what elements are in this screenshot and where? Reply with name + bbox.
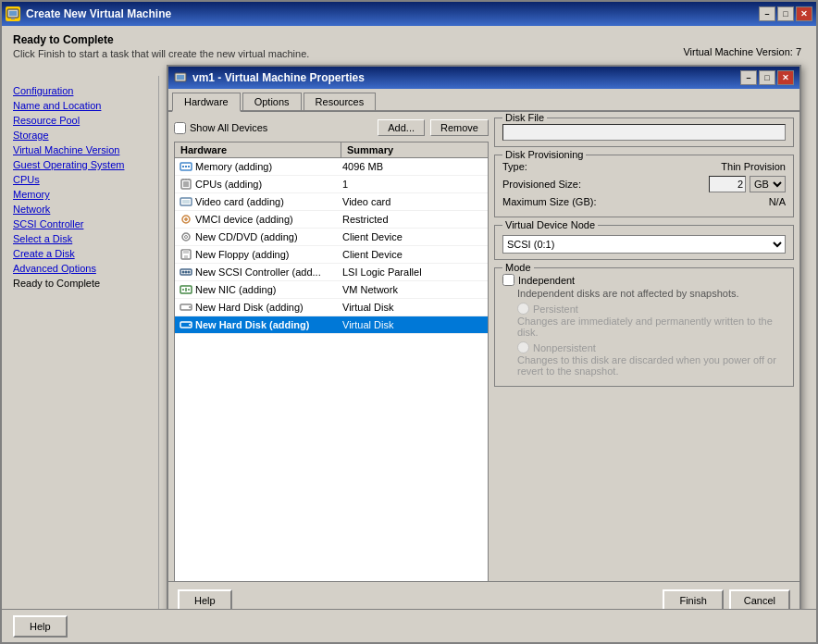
table-row[interactable]: CPUs (adding) 1: [175, 176, 488, 193]
hw-row-name: New SCSI Controller (add...: [195, 266, 339, 278]
sidebar-item-create-disk[interactable]: Create a Disk: [2, 246, 158, 261]
svg-point-25: [182, 271, 185, 274]
table-row[interactable]: New CD/DVD (adding) Client Device: [175, 229, 488, 246]
inner-maximize-button[interactable]: □: [759, 70, 775, 85]
inner-titlebar-buttons: – □ ✕: [740, 70, 794, 85]
hw-row-summary: Video card: [339, 196, 488, 207]
svg-rect-4: [177, 75, 184, 80]
sidebar: Configuration Name and Location Resource…: [2, 76, 159, 642]
close-button[interactable]: ✕: [796, 6, 812, 21]
persistent-label: Persistent: [533, 303, 578, 315]
inner-content: Show All Devices Add... Remove Hardware …: [168, 112, 799, 610]
hw-row-summary: Client Device: [339, 249, 488, 260]
vm-version-label: Virtual Machine Version: 7: [683, 46, 801, 57]
max-size-value: N/A: [769, 196, 786, 207]
hw-row-summary: LSI Logic Parallel: [339, 266, 488, 278]
persistent-radio[interactable]: [517, 303, 529, 315]
table-row[interactable]: New NIC (adding) VM Network: [175, 281, 488, 299]
sidebar-item-network[interactable]: Network: [2, 202, 158, 217]
sidebar-item-select-disk[interactable]: Select a Disk: [2, 231, 158, 246]
size-unit-select[interactable]: GB MB: [750, 176, 786, 192]
remove-button[interactable]: Remove: [430, 119, 489, 136]
outer-help-button[interactable]: Help: [13, 615, 68, 638]
disk-file-input[interactable]: [502, 124, 786, 141]
outer-titlebar: Create New Virtual Machine – □ ✕: [2, 2, 816, 26]
table-header: Hardware Summary: [175, 142, 488, 158]
show-devices-text: Show All Devices: [190, 122, 267, 133]
provisioned-size-input[interactable]: [709, 176, 746, 192]
show-devices-checkbox[interactable]: [174, 122, 186, 134]
mode-section: Mode Independent Independent disks are n…: [494, 267, 794, 387]
header-hardware: Hardware: [175, 142, 341, 157]
svg-rect-15: [182, 200, 190, 204]
sidebar-item-configuration[interactable]: Configuration: [2, 83, 158, 98]
table-row-selected[interactable]: New Hard Disk (adding) Virtual Disk: [175, 316, 488, 334]
inner-window-title: vm1 - Virtual Machine Properties: [192, 71, 365, 84]
sidebar-item-name-location[interactable]: Name and Location: [2, 98, 158, 113]
add-button[interactable]: Add...: [378, 119, 425, 136]
disk-icon-selected: [177, 317, 195, 332]
table-row[interactable]: Video card (adding) Video card: [175, 193, 488, 211]
svg-point-33: [189, 306, 191, 308]
inner-window: vm1 - Virtual Machine Properties – □ ✕ H…: [167, 65, 801, 620]
sidebar-item-resource-pool[interactable]: Resource Pool: [2, 113, 158, 128]
independent-checkbox[interactable]: [502, 274, 514, 286]
virtual-device-node-section: Virtual Device Node SCSI (0:1): [494, 225, 794, 260]
table-row[interactable]: New Hard Disk (adding) Virtual Disk: [175, 299, 488, 316]
type-value: Thin Provision: [721, 161, 786, 172]
hw-row-name: Memory (adding): [195, 161, 339, 172]
type-row: Type: Thin Provision: [502, 161, 786, 172]
hw-row-name: New CD/DVD (adding): [195, 231, 339, 242]
sidebar-item-advanced[interactable]: Advanced Options: [2, 261, 158, 276]
type-label: Type:: [502, 161, 604, 172]
sidebar-item-guest-os[interactable]: Guest Operating System: [2, 157, 158, 172]
sidebar-item-storage[interactable]: Storage: [2, 128, 158, 142]
scsi-icon: [177, 265, 195, 279]
hw-row-name-selected: New Hard Disk (adding): [195, 319, 339, 330]
disk-provisioning-label: Disk Provisioning: [502, 149, 586, 160]
nic-icon: [177, 282, 195, 297]
sidebar-item-scsi[interactable]: SCSI Controller: [2, 217, 158, 231]
outer-titlebar-buttons: – □ ✕: [759, 6, 812, 21]
hw-row-summary: 1: [339, 179, 488, 190]
inner-help-button[interactable]: Help: [178, 589, 232, 612]
floppy-icon: [177, 247, 195, 262]
svg-point-26: [185, 271, 188, 274]
cancel-button[interactable]: Cancel: [729, 589, 790, 612]
hw-row-summary-selected: Virtual Disk: [339, 319, 488, 330]
vdn-label: Virtual Device Node: [502, 219, 598, 230]
vdn-select[interactable]: SCSI (0:1): [502, 235, 786, 254]
disk-icon: [177, 300, 195, 315]
provisioned-size-row: Provisioned Size: GB MB: [502, 176, 786, 192]
tab-hardware[interactable]: Hardware: [172, 93, 241, 112]
max-size-row: Maximum Size (GB): N/A: [502, 196, 786, 207]
table-row[interactable]: Memory (adding) 4096 MB: [175, 158, 488, 176]
right-panel: Disk File Disk Provisioning Type: Thin P…: [494, 118, 794, 604]
hardware-table: Hardware Summary Memory (adding) 4096 MB: [174, 142, 489, 604]
sidebar-item-cpus[interactable]: CPUs: [2, 172, 158, 187]
finish-button[interactable]: Finish: [663, 589, 723, 612]
hw-row-summary: Virtual Disk: [339, 302, 488, 313]
minimize-button[interactable]: –: [759, 6, 775, 21]
nonpersistent-radio[interactable]: [517, 341, 529, 353]
svg-point-20: [185, 236, 188, 239]
sidebar-item-vm-version[interactable]: Virtual Machine Version: [2, 142, 158, 157]
persistent-desc: Changes are immediately and permanently …: [517, 316, 786, 338]
table-row[interactable]: New SCSI Controller (add... LSI Logic Pa…: [175, 264, 488, 281]
inner-minimize-button[interactable]: –: [740, 70, 757, 85]
inner-close-button[interactable]: ✕: [777, 70, 794, 85]
ready-title: Ready to Complete: [13, 33, 805, 46]
nonpersistent-radio-row: Nonpersistent: [517, 341, 786, 353]
show-devices-label[interactable]: Show All Devices: [174, 122, 267, 134]
svg-rect-2: [11, 18, 15, 19]
tab-options[interactable]: Options: [242, 93, 302, 110]
sidebar-item-memory[interactable]: Memory: [2, 187, 158, 202]
svg-rect-6: [182, 166, 184, 167]
independent-desc: Independent disks are not affected by sn…: [517, 288, 786, 299]
show-devices-row: Show All Devices Add... Remove: [174, 118, 489, 138]
svg-rect-1: [9, 11, 17, 16]
table-row[interactable]: New Floppy (adding) Client Device: [175, 246, 488, 264]
table-row[interactable]: VMCI device (adding) Restricted: [175, 211, 488, 229]
maximize-button[interactable]: □: [777, 6, 794, 21]
tab-resources[interactable]: Resources: [304, 93, 377, 110]
